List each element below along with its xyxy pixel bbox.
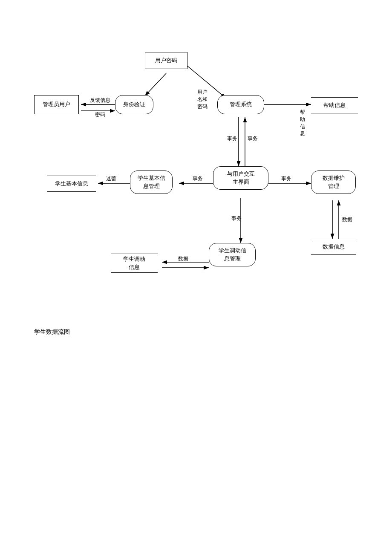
student-transfer-mgmt-box: 学生调动信 息管理 [209,243,256,266]
identity-verify-label: 身份验证 [123,101,145,108]
student-transfer-mgmt-label: 学生调动信 息管理 [219,247,246,262]
data-maintenance-box: 数据维护 管理 [311,171,356,194]
admin-user-label: 管理员用户 [43,101,70,108]
student-basic-info-box: 学生基本信息 [47,176,96,192]
data-label: 数据 [341,217,354,223]
management-system-box: 管理系统 [217,95,264,114]
affairs2-label: 事务 [246,136,259,142]
main-ui-label: 与用户交互 主界面 [227,170,255,185]
diagram-container: 用户密码 管理员用户 身份验证 管理系统 帮助信息 与用户交互 主界面 学生基本… [0,26,392,345]
data-info-box: 数据信息 [311,239,356,255]
help-info-label: 帮助信息 [323,101,346,109]
user-password-box: 用户密码 [145,52,187,69]
management-system-label: 管理系统 [230,101,252,108]
affairs1-label: 事务 [226,136,239,142]
password-label: 密码 [92,112,109,119]
diagram-caption: 学生数据流图 [34,328,70,336]
identity-verify-box: 身份验证 [115,95,153,114]
main-ui-box: 与用户交互 主界面 [213,166,268,190]
affairs3-label: 事务 [189,176,206,182]
data-maintenance-label: 数据维护 管理 [323,174,345,190]
student-basic-mgmt-box: 学生基本信 息管理 [130,171,173,194]
admin-user-box: 管理员用户 [34,95,79,114]
svg-line-2 [145,73,166,96]
feedback-label: 反馈信息 [85,97,115,104]
student-basic-info-label: 学生基本信息 [55,180,88,188]
transfer-label: 迷蕾 [103,176,120,182]
student-basic-mgmt-label: 学生基本信 息管理 [138,174,165,190]
user-password-label: 用户密码 [155,57,177,64]
help-info-arrow-label: 帮 助 信 息 [297,109,308,137]
student-transfer-info-box: 学生调动 信息 [111,254,158,273]
data-info-label: 数据信息 [323,243,345,251]
help-info-box: 帮助信息 [311,97,358,113]
data-label2: 数据 [175,256,192,263]
affairs4-label: 事务 [278,176,295,182]
username-password-label: 用户 名和 密码 [194,89,211,110]
student-transfer-info-label: 学生调动 信息 [123,255,145,271]
affairs5-label: 事务 [230,215,243,222]
